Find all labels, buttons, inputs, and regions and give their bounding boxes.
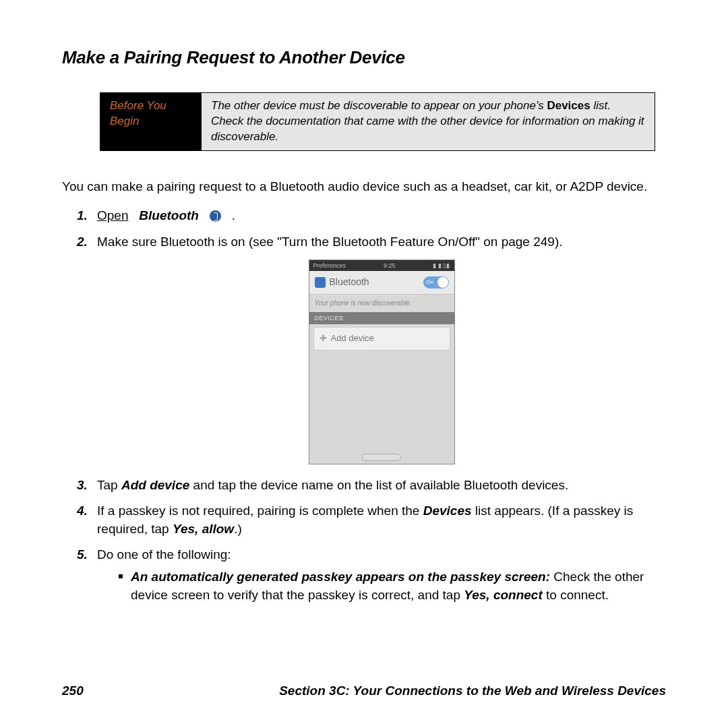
step-4-b1: Devices	[423, 504, 472, 518]
before-text-bold: Devices	[547, 99, 590, 112]
ss-empty-area	[309, 353, 454, 452]
intro-paragraph: You can make a pairing request to a Blue…	[62, 178, 666, 195]
ss-discoverable-note: Your phone is now discoverable.	[309, 295, 454, 312]
step-2: 2. Make sure Bluetooth is on (see "Turn …	[77, 233, 666, 464]
add-device-row[interactable]: ✚ Add device	[313, 327, 450, 350]
manual-page: Make a Pairing Request to Another Device…	[0, 0, 728, 728]
step-3-post: and tap the device name on the list of a…	[189, 478, 568, 492]
gesture-bar	[309, 452, 454, 464]
step-1-dot: .	[232, 208, 235, 222]
step-3-pre: Tap	[97, 478, 121, 492]
page-footer: 250 Section 3C: Your Connections to the …	[62, 684, 666, 698]
step-4-pre: If a passkey is not required, pairing is…	[97, 504, 423, 518]
ss-icons: ▮ ▮ ▯▮	[433, 262, 450, 270]
step-number: 5.	[77, 546, 88, 564]
ss-devices-header: DEVICES	[309, 312, 454, 325]
before-label: Before You Begin	[100, 93, 202, 150]
add-device-label: Add device	[331, 332, 374, 344]
step-1-open: Open	[97, 208, 128, 222]
step-5a-lead: An automatically generated passkey appea…	[131, 570, 550, 584]
ss-header-text: Bluetooth	[330, 276, 369, 289]
step-5-sublist: An automatically generated passkey appea…	[119, 568, 666, 604]
phone-screenshot: Preferences 9:25 ▮ ▮ ▯▮ Bluetooth On You…	[309, 260, 455, 464]
step-3-bold: Add device	[121, 478, 189, 492]
step-number: 2.	[77, 233, 88, 251]
ss-menu: Preferences	[313, 262, 346, 270]
step-1: 1. Open Bluetooth .	[77, 207, 666, 225]
step-1-bluetooth: Bluetooth	[139, 208, 199, 222]
page-number: 250	[62, 684, 84, 698]
step-4-post: .)	[234, 522, 242, 536]
step-number: 3.	[77, 477, 88, 495]
step-4: 4. If a passkey is not required, pairing…	[77, 502, 666, 538]
bluetooth-icon	[210, 210, 221, 222]
bluetooth-toggle[interactable]: On	[423, 276, 449, 289]
step-2-text: Make sure Bluetooth is on (see "Turn the…	[97, 235, 563, 249]
bluetooth-icon	[315, 277, 326, 288]
toggle-label: On	[427, 278, 434, 286]
step-5a-post: to connect.	[543, 588, 609, 602]
step-number: 4.	[77, 502, 88, 520]
ss-time: 9:25	[384, 262, 396, 270]
step-3: 3. Tap Add device and tap the device nam…	[77, 477, 666, 495]
step-5-text: Do one of the following:	[97, 547, 231, 562]
step-5a-bold: Yes, connect	[464, 588, 543, 602]
step-4-b2: Yes, allow	[173, 522, 234, 536]
before-you-begin-box: Before You Begin The other device must b…	[100, 92, 655, 151]
ss-statusbar: Preferences 9:25 ▮ ▮ ▯▮	[309, 260, 454, 272]
step-5a: An automatically generated passkey appea…	[119, 568, 666, 604]
page-title: Make a Pairing Request to Another Device	[62, 47, 666, 68]
section-label: Section 3C: Your Connections to the Web …	[279, 684, 666, 698]
ss-header: Bluetooth On	[309, 271, 454, 295]
step-5: 5. Do one of the following: An automatic…	[77, 546, 666, 604]
before-text-pre: The other device must be discoverable to…	[211, 99, 547, 112]
before-text: The other device must be discoverable to…	[202, 93, 655, 150]
plus-icon: ✚	[320, 332, 327, 344]
step-list: 1. Open Bluetooth . 2. Make sure Bluetoo…	[77, 207, 666, 604]
step-number: 1.	[77, 207, 88, 225]
